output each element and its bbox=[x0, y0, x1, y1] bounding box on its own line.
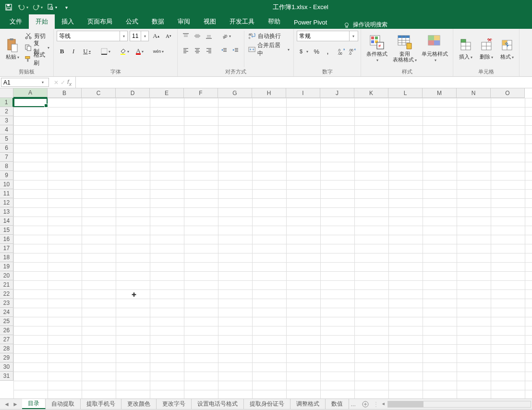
sheet-tab[interactable]: 提取手机号 bbox=[81, 399, 121, 409]
increase-decimal-button[interactable]: .0.00 bbox=[337, 46, 347, 57]
increase-font-button[interactable]: A▴ bbox=[151, 31, 161, 41]
column-header[interactable]: E bbox=[150, 88, 184, 98]
row-header[interactable]: 12 bbox=[0, 198, 13, 207]
fx-button[interactable]: fx bbox=[67, 78, 72, 87]
cell-styles-button[interactable]: 单元格样式▾ bbox=[420, 31, 450, 67]
redo-button[interactable]: ▾ bbox=[32, 1, 43, 13]
align-middle-button[interactable] bbox=[192, 31, 203, 41]
conditional-format-button[interactable]: ≠ 条件格式▾ bbox=[364, 31, 389, 67]
sheet-tab[interactable]: 调整格式 bbox=[290, 399, 326, 409]
tab-formulas[interactable]: 公式 bbox=[119, 14, 145, 29]
column-header[interactable]: J bbox=[320, 88, 354, 98]
tab-view[interactable]: 视图 bbox=[197, 14, 223, 29]
column-header[interactable]: C bbox=[82, 88, 116, 98]
row-header[interactable]: 9 bbox=[0, 171, 13, 180]
align-right-button[interactable] bbox=[204, 45, 214, 56]
increase-indent-button[interactable] bbox=[230, 45, 241, 56]
tab-help[interactable]: 帮助 bbox=[261, 14, 287, 29]
format-painter-button[interactable]: 格式刷 bbox=[24, 54, 50, 64]
column-header[interactable]: I bbox=[286, 88, 320, 98]
row-header[interactable]: 22 bbox=[0, 289, 13, 299]
row-header[interactable]: 31 bbox=[0, 372, 13, 381]
format-cell-button[interactable]: 格式▾ bbox=[497, 31, 516, 67]
row-header[interactable]: 10 bbox=[0, 180, 13, 189]
row-header[interactable]: 23 bbox=[0, 299, 13, 308]
active-cell[interactable] bbox=[13, 98, 48, 107]
row-header[interactable]: 26 bbox=[0, 326, 13, 335]
sheet-nav-prev[interactable]: ◄ bbox=[3, 401, 11, 408]
column-header[interactable]: K bbox=[354, 88, 388, 98]
decrease-decimal-button[interactable]: .00.0 bbox=[348, 46, 358, 57]
enter-formula-button[interactable]: ✓ bbox=[60, 79, 65, 86]
tab-data[interactable]: 数据 bbox=[145, 14, 171, 29]
row-header[interactable]: 19 bbox=[0, 262, 13, 271]
tab-home[interactable]: 开始 bbox=[29, 14, 55, 29]
orientation-button[interactable]: ab▾ bbox=[219, 31, 233, 41]
cancel-formula-button[interactable]: ✕ bbox=[54, 79, 59, 86]
delete-cell-button[interactable]: 删除▾ bbox=[477, 31, 496, 67]
font-name-input[interactable] bbox=[57, 33, 120, 39]
column-header[interactable]: F bbox=[184, 88, 218, 98]
sheet-tab[interactable]: 设置电话号格式 bbox=[192, 399, 244, 409]
horizontal-scrollbar[interactable]: ◄► bbox=[387, 401, 531, 408]
row-header[interactable]: 2 bbox=[0, 107, 13, 116]
font-name-dropdown[interactable]: ▾ bbox=[120, 31, 127, 41]
qat-customize[interactable]: ▾ bbox=[60, 1, 72, 13]
name-box[interactable]: ▾ bbox=[1, 78, 49, 87]
row-header[interactable]: 4 bbox=[0, 125, 13, 134]
decrease-indent-button[interactable] bbox=[219, 45, 230, 56]
italic-button[interactable]: I bbox=[68, 46, 79, 57]
row-header[interactable]: 14 bbox=[0, 217, 13, 226]
font-size-input[interactable] bbox=[130, 33, 141, 39]
row-header[interactable]: 17 bbox=[0, 244, 13, 253]
row-header[interactable]: 11 bbox=[0, 189, 13, 198]
sheet-tab[interactable]: 更改字号 bbox=[157, 399, 192, 409]
column-header[interactable]: O bbox=[491, 88, 525, 98]
sheet-tabs-more[interactable]: ... bbox=[349, 401, 358, 408]
row-header[interactable]: 8 bbox=[0, 162, 13, 171]
paste-button[interactable]: 粘贴▾ bbox=[3, 31, 22, 67]
sheet-tab[interactable]: 数值 bbox=[326, 399, 349, 409]
sheet-tab[interactable]: 更改颜色 bbox=[121, 399, 157, 409]
new-sheet-button[interactable] bbox=[358, 400, 373, 408]
row-header[interactable]: 15 bbox=[0, 226, 13, 235]
number-format-dropdown[interactable]: ▾ bbox=[349, 31, 357, 41]
row-header[interactable]: 13 bbox=[0, 207, 13, 217]
align-center-button[interactable] bbox=[192, 45, 203, 56]
table-format-button[interactable]: 套用 表格格式▾ bbox=[391, 31, 418, 67]
tab-review[interactable]: 审阅 bbox=[171, 14, 197, 29]
align-top-button[interactable] bbox=[181, 31, 191, 41]
insert-cell-button[interactable]: 插入▾ bbox=[456, 31, 475, 67]
cells[interactable] bbox=[13, 98, 532, 398]
row-header[interactable]: 3 bbox=[0, 116, 13, 125]
comma-button[interactable]: , bbox=[323, 46, 333, 57]
align-left-button[interactable] bbox=[181, 45, 191, 56]
row-header[interactable]: 24 bbox=[0, 308, 13, 317]
sheet-tab[interactable]: 自动提取 bbox=[46, 399, 81, 409]
bold-button[interactable]: B bbox=[57, 46, 67, 57]
column-header[interactable]: A bbox=[13, 88, 48, 98]
row-header[interactable]: 28 bbox=[0, 344, 13, 353]
border-button[interactable]: ▾ bbox=[98, 46, 113, 57]
font-name-combo[interactable]: ▾ bbox=[57, 31, 128, 41]
font-size-combo[interactable]: ▾ bbox=[130, 31, 149, 41]
align-bottom-button[interactable] bbox=[204, 31, 214, 41]
wrap-text-button[interactable]: abc自动换行 bbox=[247, 31, 290, 41]
save-button[interactable] bbox=[3, 1, 14, 13]
tab-file[interactable]: 文件 bbox=[3, 14, 29, 29]
column-header[interactable]: H bbox=[252, 88, 286, 98]
column-header[interactable]: B bbox=[48, 88, 82, 98]
row-header[interactable]: 7 bbox=[0, 153, 13, 162]
percent-button[interactable]: % bbox=[312, 46, 322, 57]
font-size-dropdown[interactable]: ▾ bbox=[141, 31, 148, 41]
number-format-combo[interactable]: ▾ bbox=[297, 31, 358, 41]
column-header[interactable]: M bbox=[423, 88, 457, 98]
tell-me-search[interactable]: 操作说明搜索 bbox=[343, 21, 387, 29]
row-header[interactable]: 27 bbox=[0, 335, 13, 344]
row-header[interactable]: 1 bbox=[0, 98, 13, 107]
fill-color-button[interactable]: ▾ bbox=[117, 46, 132, 57]
sheet-nav-next[interactable]: ► bbox=[12, 401, 19, 408]
row-header[interactable]: 21 bbox=[0, 280, 13, 289]
name-box-dropdown[interactable]: ▾ bbox=[39, 78, 47, 86]
row-header[interactable]: 20 bbox=[0, 271, 13, 280]
